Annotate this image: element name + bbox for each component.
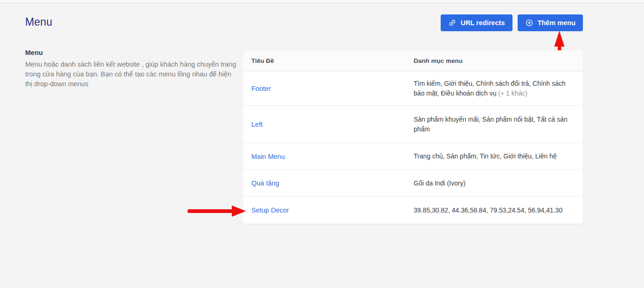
menu-items-cell: Gối da Indi (Ivory) bbox=[414, 178, 575, 188]
table-row: Footer Tìm kiếm, Giới thiệu, Chính sách … bbox=[243, 71, 583, 106]
table-row: Main Menu Trang chủ, Sản phẩm, Tin tức, … bbox=[243, 143, 583, 170]
column-header-title: Tiêu Đề bbox=[243, 57, 414, 64]
add-menu-button-label: Thêm menu bbox=[538, 19, 575, 27]
menu-items-text: 39.85,30.82, 44.36,58.84, 79.53,24.54, 5… bbox=[414, 206, 562, 214]
menu-title-link[interactable]: Quà tặng bbox=[251, 179, 279, 187]
menu-items-extra-count: (+ 1 khác) bbox=[498, 89, 527, 97]
table-header-row: Tiêu Đề Danh mục menu bbox=[243, 50, 583, 71]
url-redirects-button-label: URL redirects bbox=[461, 19, 505, 27]
url-redirects-button[interactable]: URL redirects bbox=[441, 14, 512, 31]
table-row: Left Sản phẩm khuyến mãi, Sản phẩm nổi b… bbox=[243, 106, 583, 143]
sidebar-description-panel: Menu Menu hoặc danh sách liên kết websit… bbox=[25, 49, 239, 89]
menu-admin-page: Menu URL redirects Thêm menu bbox=[0, 0, 644, 288]
menu-items-cell: Tìm kiếm, Giới thiệu, Chính sách đổi trả… bbox=[414, 79, 575, 98]
table-row: Setup Decor 39.85,30.82, 44.36,58.84, 79… bbox=[243, 197, 583, 224]
menu-items-cell: Sản phẩm khuyến mãi, Sản phẩm nổi bật, T… bbox=[414, 115, 575, 134]
table-row: Quà tặng Gối da Indi (Ivory) bbox=[243, 170, 583, 197]
menu-title-link[interactable]: Footer bbox=[251, 85, 271, 92]
link-icon bbox=[448, 19, 457, 27]
top-divider-bar bbox=[0, 0, 644, 3]
menu-items-cell: 39.85,30.82, 44.36,58.84, 79.53,24.54, 5… bbox=[414, 206, 575, 215]
page-title: Menu bbox=[25, 16, 52, 28]
plus-circle-icon bbox=[525, 19, 533, 27]
menu-items-text: Trang chủ, Sản phẩm, Tin tức, Giới thiệu… bbox=[414, 152, 557, 160]
add-menu-button[interactable]: Thêm menu bbox=[518, 14, 583, 31]
toolbar: URL redirects Thêm menu bbox=[441, 14, 583, 31]
table-body: Footer Tìm kiếm, Giới thiệu, Chính sách … bbox=[243, 71, 583, 224]
red-arrow-right-annotation bbox=[187, 205, 247, 217]
column-header-menu-items: Danh mục menu bbox=[414, 57, 575, 64]
menu-items-text: Tìm kiếm, Giới thiệu, Chính sách đổi trả… bbox=[414, 80, 566, 97]
menus-table: Tiêu Đề Danh mục menu Footer Tìm kiếm, G… bbox=[243, 50, 583, 224]
menu-items-cell: Trang chủ, Sản phẩm, Tin tức, Giới thiệu… bbox=[414, 151, 575, 161]
menu-title-link[interactable]: Main Menu bbox=[251, 153, 285, 160]
sidebar-heading: Menu bbox=[25, 49, 239, 56]
menu-title-link[interactable]: Setup Decor bbox=[251, 206, 289, 214]
menu-items-text: Sản phẩm khuyến mãi, Sản phẩm nổi bật, T… bbox=[414, 116, 568, 133]
menu-title-link[interactable]: Left bbox=[251, 121, 263, 128]
menu-items-text: Gối da Indi (Ivory) bbox=[414, 179, 465, 187]
sidebar-description: Menu hoặc danh sách liên kết website , g… bbox=[25, 60, 239, 89]
